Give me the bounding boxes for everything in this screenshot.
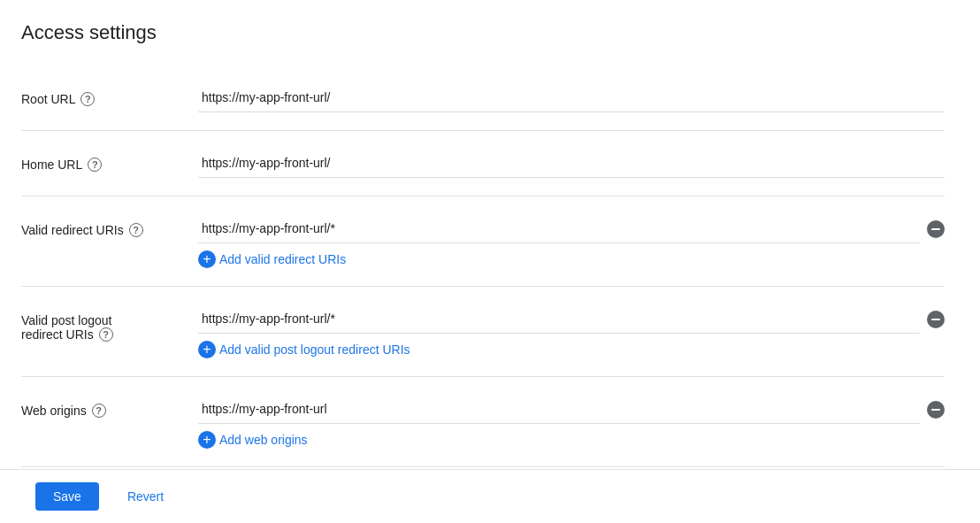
add-web-origins-label: Add web origins [219, 433, 308, 447]
add-valid-redirect-uris-icon: + [198, 250, 216, 268]
valid-post-logout-input-col: + Add valid post logout redirect URIs [198, 304, 945, 358]
divider-3 [21, 286, 945, 287]
web-origins-label: Web origins [21, 404, 87, 418]
root-url-input-col [198, 83, 945, 112]
revert-button[interactable]: Revert [113, 482, 178, 511]
add-valid-redirect-uris-label: Add valid redirect URIs [219, 252, 346, 266]
valid-redirect-uris-remove-button[interactable] [927, 220, 945, 238]
root-url-label: Root URL [21, 92, 75, 106]
divider-5 [21, 466, 945, 467]
form-section: Root URL ? Home URL ? Valid redirect URI… [21, 69, 945, 523]
divider-2 [21, 196, 945, 196]
add-web-origins-icon: + [198, 431, 216, 449]
valid-redirect-uris-help-icon[interactable]: ? [129, 223, 143, 237]
save-button[interactable]: Save [35, 482, 99, 511]
valid-redirect-uris-input-col: + Add valid redirect URIs [198, 214, 945, 268]
add-valid-post-logout-icon: + [198, 341, 216, 358]
valid-post-logout-input-row [198, 304, 945, 334]
divider-1 [21, 130, 945, 131]
add-valid-redirect-uris-link[interactable]: + Add valid redirect URIs [198, 250, 346, 268]
web-origins-help-icon[interactable]: ? [92, 404, 106, 418]
valid-redirect-uris-label: Valid redirect URIs [21, 223, 124, 237]
web-origins-row: Web origins ? + Add web origins [21, 381, 945, 463]
home-url-input[interactable] [198, 149, 945, 178]
page-container: Access settings Root URL ? Home URL ? [0, 0, 980, 523]
valid-post-logout-row: Valid post logout redirect URIs ? + Add … [21, 290, 945, 373]
divider-4 [21, 376, 945, 377]
root-url-row: Root URL ? [21, 69, 945, 127]
web-origins-input[interactable] [198, 395, 920, 424]
home-url-row: Home URL ? [21, 135, 945, 192]
valid-post-logout-label-line1: Valid post logout [21, 313, 111, 327]
add-valid-post-logout-label: Add valid post logout redirect URIs [219, 342, 410, 357]
root-url-help-icon[interactable]: ? [80, 92, 95, 106]
web-origins-input-col: + Add web origins [198, 395, 945, 449]
footer-bar: Save Revert [0, 469, 980, 523]
valid-post-logout-label-col: Valid post logout redirect URIs ? [21, 304, 198, 342]
home-url-label: Home URL [21, 158, 82, 172]
valid-redirect-uris-input[interactable] [198, 214, 920, 243]
add-web-origins-link[interactable]: + Add web origins [198, 431, 308, 449]
web-origins-label-col: Web origins ? [21, 395, 198, 418]
page-title: Access settings [21, 21, 945, 44]
web-origins-remove-button[interactable] [927, 401, 945, 419]
valid-post-logout-label-line2: redirect URIs [21, 327, 94, 342]
valid-redirect-uris-row: Valid redirect URIs ? + Add valid redire… [21, 200, 945, 282]
root-url-input[interactable] [198, 83, 945, 112]
valid-post-logout-input[interactable] [198, 304, 920, 334]
home-url-input-col [198, 149, 945, 178]
root-url-label-col: Root URL ? [21, 83, 198, 106]
web-origins-input-row [198, 395, 945, 424]
valid-redirect-uris-label-col: Valid redirect URIs ? [21, 214, 198, 237]
home-url-help-icon[interactable]: ? [88, 158, 102, 172]
valid-post-logout-remove-button[interactable] [927, 311, 945, 328]
add-valid-post-logout-link[interactable]: + Add valid post logout redirect URIs [198, 341, 410, 358]
home-url-label-col: Home URL ? [21, 149, 198, 172]
valid-redirect-uris-input-row [198, 214, 945, 243]
valid-post-logout-help-icon[interactable]: ? [99, 327, 113, 342]
